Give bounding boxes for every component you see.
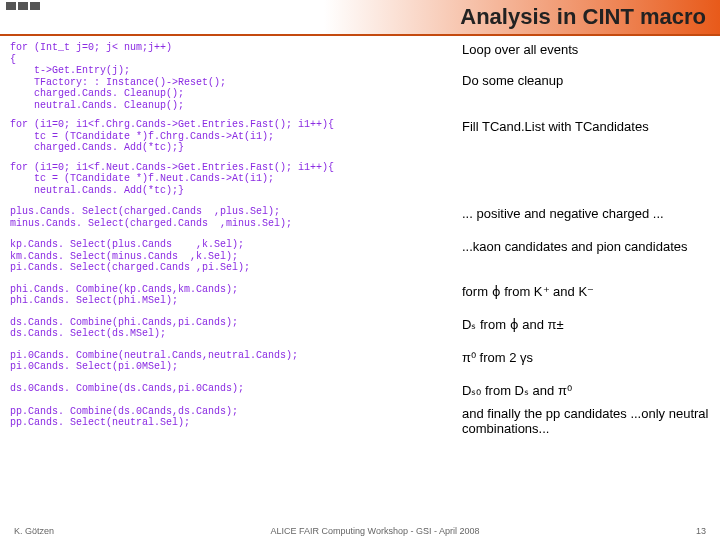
annotation: π⁰ from 2 γs: [462, 350, 712, 365]
code-row: pp.Cands. Combine(ds.0Cands,ds.Cands); p…: [10, 406, 712, 436]
annotation-text: Dₛ from ϕ and π±: [462, 317, 712, 332]
code-row: pi.0Cands. Combine(neutral.Cands,neutral…: [10, 350, 712, 375]
code-block: for (i1=0; i1<f.Neut.Cands->Get.Entries.…: [10, 162, 334, 197]
code-block: phi.Cands. Combine(kp.Cands,km.Cands); p…: [10, 284, 238, 307]
annotation: Fill TCand.List with TCandidates: [462, 119, 712, 134]
annotation: ...kaon candidates and pion candidates: [462, 239, 712, 254]
code-row: phi.Cands. Combine(kp.Cands,km.Cands); p…: [10, 284, 712, 309]
code-row: ds.0Cands. Combine(ds.Cands,pi.0Cands);D…: [10, 383, 712, 398]
code-row: for (i1=0; i1<f.Chrg.Cands->Get.Entries.…: [10, 119, 712, 156]
code-block: plus.Cands. Select(charged.Cands ,plus.S…: [10, 206, 292, 229]
annotation: ... positive and negative charged ...: [462, 206, 712, 221]
logo: [6, 2, 40, 10]
annotation-text: π⁰ from 2 γs: [462, 350, 712, 365]
code-block: kp.Cands. Select(plus.Cands ,k.Sel); km.…: [10, 239, 250, 274]
code-block: for (Int_t j=0; j< num;j++) { t->Get.Ent…: [10, 42, 226, 111]
annotation-text: ...kaon candidates and pion candidates: [462, 239, 712, 254]
annotation-text: Do some cleanup: [462, 73, 712, 88]
annotation-text: and finally the pp candidates ...only ne…: [462, 406, 712, 436]
code-row: kp.Cands. Select(plus.Cands ,k.Sel); km.…: [10, 239, 712, 276]
annotation-text: Dₛ₀ from Dₛ and π⁰: [462, 383, 712, 398]
annotation: Dₛ from ϕ and π±: [462, 317, 712, 332]
code-block: ds.Cands. Combine(phi.Cands,pi.Cands); d…: [10, 317, 238, 340]
annotation-text: ... positive and negative charged ...: [462, 206, 712, 221]
footer: K. Götzen ALICE FAIR Computing Workshop …: [0, 526, 720, 536]
annotation: and finally the pp candidates ...only ne…: [462, 406, 712, 436]
title-bar: Analysis in CINT macro: [0, 0, 720, 36]
code-row: plus.Cands. Select(charged.Cands ,plus.S…: [10, 206, 712, 231]
page-title: Analysis in CINT macro: [460, 4, 706, 30]
code-block: pi.0Cands. Combine(neutral.Cands,neutral…: [10, 350, 298, 373]
code-block: for (i1=0; i1<f.Chrg.Cands->Get.Entries.…: [10, 119, 334, 154]
annotation-text: form ϕ from K⁺ and K⁻: [462, 284, 712, 299]
code-row: for (i1=0; i1<f.Neut.Cands->Get.Entries.…: [10, 162, 712, 199]
footer-page: 13: [696, 526, 706, 536]
footer-author: K. Götzen: [14, 526, 54, 536]
code-row: for (Int_t j=0; j< num;j++) { t->Get.Ent…: [10, 42, 712, 113]
content-area: for (Int_t j=0; j< num;j++) { t->Get.Ent…: [0, 36, 720, 444]
annotation-text: Fill TCand.List with TCandidates: [462, 119, 712, 134]
annotation: form ϕ from K⁺ and K⁻: [462, 284, 712, 299]
code-block: ds.0Cands. Combine(ds.Cands,pi.0Cands);: [10, 383, 244, 395]
annotation: Loop over all eventsDo some cleanup: [462, 42, 712, 88]
code-row: ds.Cands. Combine(phi.Cands,pi.Cands); d…: [10, 317, 712, 342]
annotation: Dₛ₀ from Dₛ and π⁰: [462, 383, 712, 398]
footer-event: ALICE FAIR Computing Workshop - GSI - Ap…: [271, 526, 480, 536]
code-block: pp.Cands. Combine(ds.0Cands,ds.Cands); p…: [10, 406, 238, 429]
annotation-text: Loop over all events: [462, 42, 712, 57]
